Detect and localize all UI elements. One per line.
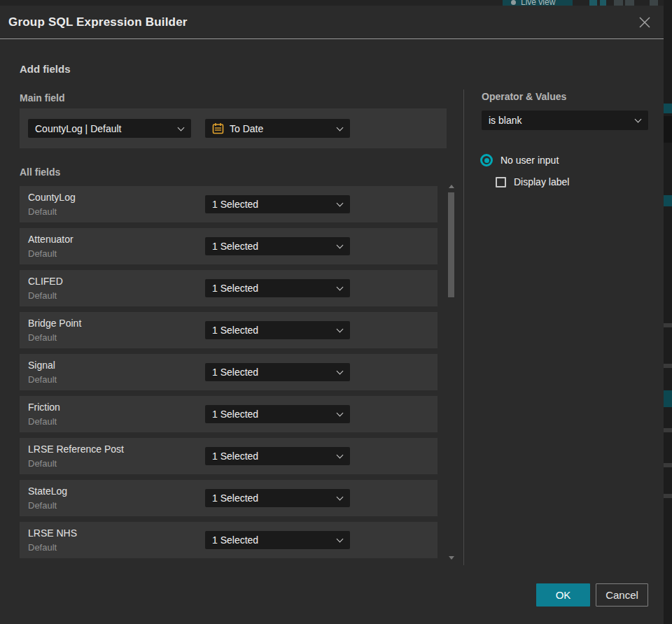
field-selection-value: 1 Selected	[212, 199, 258, 210]
field-selection-select[interactable]: 1 Selected	[205, 489, 350, 507]
operator-select-value: is blank	[489, 115, 522, 126]
field-selection-select[interactable]: 1 Selected	[205, 195, 350, 213]
chevron-down-icon	[337, 368, 344, 375]
chevron-down-icon	[337, 410, 344, 417]
calendar-icon	[212, 122, 224, 134]
scroll-down-arrow-icon[interactable]	[449, 556, 454, 560]
display-label-text: Display label	[514, 176, 569, 187]
display-label-checkbox[interactable]: Display label	[496, 176, 569, 187]
field-name: LRSE Reference Post	[28, 444, 124, 455]
vertical-divider	[463, 90, 464, 565]
radio-selected-icon	[480, 154, 493, 166]
field-selection-select[interactable]: 1 Selected	[205, 531, 350, 549]
field-selection-value: 1 Selected	[212, 241, 258, 252]
field-selection-select[interactable]: 1 Selected	[205, 363, 350, 381]
field-name: Signal	[28, 360, 55, 371]
toolbar-fragment	[614, 0, 623, 6]
toolbar-fragment	[625, 0, 634, 6]
chevron-down-icon	[337, 124, 344, 131]
scrollbar[interactable]	[448, 185, 455, 562]
live-view-button[interactable]: Live view	[503, 0, 573, 6]
all-fields-list: CountyLogDefault1 SelectedAttenuatorDefa…	[20, 186, 438, 564]
scrollbar-thumb[interactable]	[448, 192, 454, 297]
all-fields-label: All fields	[20, 166, 60, 178]
group-sql-expression-builder-dialog: Group SQL Expression Builder Add fields …	[0, 6, 664, 624]
chevron-down-icon	[178, 124, 185, 131]
field-name: LRSE NHS	[28, 527, 77, 539]
field-row: LRSE NHSDefault1 Selected	[20, 522, 438, 558]
checkbox-unchecked-icon	[496, 177, 506, 187]
field-subtitle: Default	[28, 416, 57, 427]
field-row: Bridge PointDefault1 Selected	[20, 312, 438, 348]
field-row: CountyLogDefault1 Selected	[20, 186, 438, 222]
field-selection-value: 1 Selected	[212, 325, 258, 336]
field-row: CLIFEDDefault1 Selected	[20, 270, 438, 306]
field-subtitle: Default	[28, 374, 57, 385]
field-name: StateLog	[28, 485, 67, 497]
date-type-select-value: To Date	[230, 123, 263, 134]
cancel-button[interactable]: Cancel	[596, 583, 648, 607]
main-field-panel: CountyLog | Default To Date	[20, 108, 447, 148]
chevron-down-icon	[337, 242, 344, 249]
background-right-sliver	[664, 0, 672, 624]
toolbar-fragment	[589, 0, 597, 6]
no-user-input-radio[interactable]: No user input	[480, 154, 559, 166]
field-selection-select[interactable]: 1 Selected	[205, 237, 350, 255]
field-subtitle: Default	[28, 542, 57, 553]
field-selection-select[interactable]: 1 Selected	[205, 321, 350, 339]
field-selection-value: 1 Selected	[212, 409, 258, 420]
operator-values-label: Operator & Values	[482, 91, 566, 102]
live-view-dot-icon	[511, 0, 516, 5]
field-selection-value: 1 Selected	[212, 492, 258, 504]
field-subtitle: Default	[28, 332, 57, 343]
field-selection-value: 1 Selected	[212, 283, 258, 294]
field-subtitle: Default	[28, 206, 57, 217]
field-subtitle: Default	[28, 290, 57, 301]
chevron-down-icon	[635, 116, 642, 123]
field-subtitle: Default	[28, 500, 57, 511]
field-selection-value: 1 Selected	[212, 367, 258, 378]
add-fields-heading: Add fields	[20, 63, 71, 75]
field-row: StateLogDefault1 Selected	[20, 480, 438, 516]
operator-select[interactable]: is blank	[482, 111, 648, 130]
chevron-down-icon	[337, 452, 344, 459]
chevron-down-icon	[337, 200, 344, 207]
main-field-label: Main field	[20, 92, 65, 104]
field-selection-select[interactable]: 1 Selected	[205, 447, 350, 465]
field-subtitle: Default	[28, 458, 57, 469]
chevron-down-icon	[337, 284, 344, 291]
toolbar-fragment	[600, 0, 606, 6]
main-field-select-value: CountyLog | Default	[35, 123, 122, 134]
scroll-up-arrow-icon[interactable]	[449, 185, 454, 188]
close-icon[interactable]	[637, 15, 652, 30]
field-selection-select[interactable]: 1 Selected	[205, 405, 350, 423]
dialog-title: Group SQL Expression Builder	[8, 15, 188, 29]
toolbar-fragment	[650, 0, 658, 6]
chevron-down-icon	[337, 494, 344, 501]
field-row: AttenuatorDefault1 Selected	[20, 228, 438, 264]
field-name: Attenuator	[28, 234, 74, 245]
field-row: FrictionDefault1 Selected	[20, 396, 438, 432]
live-view-label: Live view	[521, 0, 555, 6]
ok-button[interactable]: OK	[536, 583, 590, 607]
field-selection-select[interactable]: 1 Selected	[205, 279, 350, 297]
field-name: CountyLog	[28, 192, 76, 203]
background-toolbar: Live view	[0, 0, 672, 6]
dialog-header: Group SQL Expression Builder	[0, 6, 664, 39]
field-row: SignalDefault1 Selected	[20, 354, 438, 390]
field-name: Bridge Point	[28, 318, 81, 329]
main-field-select[interactable]: CountyLog | Default	[28, 119, 191, 138]
no-user-input-label: No user input	[500, 155, 559, 166]
chevron-down-icon	[337, 326, 344, 333]
field-name: CLIFED	[28, 276, 63, 287]
field-row: LRSE Reference PostDefault1 Selected	[20, 438, 438, 474]
field-name: Friction	[28, 402, 60, 413]
field-selection-value: 1 Selected	[212, 534, 258, 546]
field-selection-value: 1 Selected	[212, 451, 258, 462]
field-subtitle: Default	[28, 248, 57, 259]
date-type-select[interactable]: To Date	[205, 119, 350, 138]
chevron-down-icon	[337, 536, 344, 543]
